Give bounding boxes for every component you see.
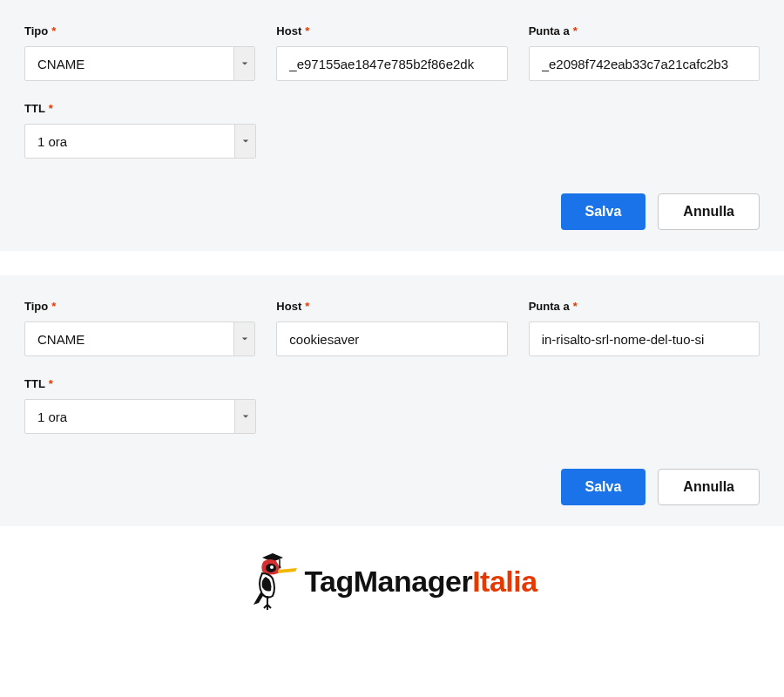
punta-a-input[interactable] [529,321,760,356]
dns-record-form-2: Tipo* CNAME Host* Punta a* TTL* [0,275,784,526]
tipo-label: Tipo* [24,24,255,37]
cancel-button[interactable]: Annulla [658,469,760,505]
save-button[interactable]: Salva [561,469,646,505]
chevron-down-icon [234,400,255,433]
chevron-down-icon [233,322,254,355]
ttl-label: TTL* [24,377,256,390]
ttl-field-group: TTL* 1 ora [24,377,256,434]
chevron-down-icon [234,125,255,158]
tipo-field-group: Tipo* CNAME [24,300,255,356]
required-indicator: * [49,102,53,115]
host-input[interactable] [276,321,507,356]
host-input[interactable] [276,46,507,81]
punta-a-label: Punta a* [529,300,760,313]
svg-point-2 [270,565,274,569]
required-indicator: * [51,300,56,313]
required-indicator: * [573,24,578,37]
ttl-select-value: 1 ora [25,409,234,424]
host-field-group: Host* [276,24,507,81]
form-row-1: Tipo* CNAME Host* Punta a* [24,300,760,356]
required-indicator: * [573,300,578,313]
button-row: Salva Annulla [24,193,760,230]
logo-text-prefix: TagManager [304,565,472,598]
woodpecker-icon [247,551,299,612]
tipo-field-group: Tipo* CNAME [24,24,255,81]
tipo-select-value: CNAME [25,57,233,71]
tipo-label: Tipo* [24,300,255,313]
ttl-select[interactable]: 1 ora [24,124,256,159]
ttl-select[interactable]: 1 ora [24,399,256,434]
form-row-2: TTL* 1 ora [24,377,760,434]
ttl-field-group: TTL* 1 ora [24,102,256,159]
host-label: Host* [276,300,507,313]
button-row: Salva Annulla [24,469,760,505]
host-label: Host* [276,24,507,37]
required-indicator: * [305,300,309,313]
required-indicator: * [305,24,309,37]
host-field-group: Host* [276,300,507,356]
logo-text: TagManagerItalia [304,565,537,599]
form-row-1: Tipo* CNAME Host* Punta a* [24,24,760,81]
punta-a-field-group: Punta a* [529,300,760,356]
punta-a-field-group: Punta a* [529,24,760,81]
chevron-down-icon [233,47,254,80]
cancel-button[interactable]: Annulla [658,193,760,230]
logo: TagManagerItalia [0,551,784,612]
required-indicator: * [51,24,56,37]
tipo-select[interactable]: CNAME [24,46,255,81]
punta-a-input[interactable] [529,46,760,81]
tipo-select-value: CNAME [25,332,233,347]
logo-text-accent: Italia [472,565,537,598]
tipo-select[interactable]: CNAME [24,321,255,356]
required-indicator: * [49,377,53,390]
ttl-select-value: 1 ora [25,134,234,149]
ttl-label: TTL* [24,102,256,115]
save-button[interactable]: Salva [561,193,646,230]
punta-a-label: Punta a* [529,24,760,37]
dns-record-form-1: Tipo* CNAME Host* Punta a* TTL* [0,0,784,251]
form-row-2: TTL* 1 ora [24,102,760,159]
